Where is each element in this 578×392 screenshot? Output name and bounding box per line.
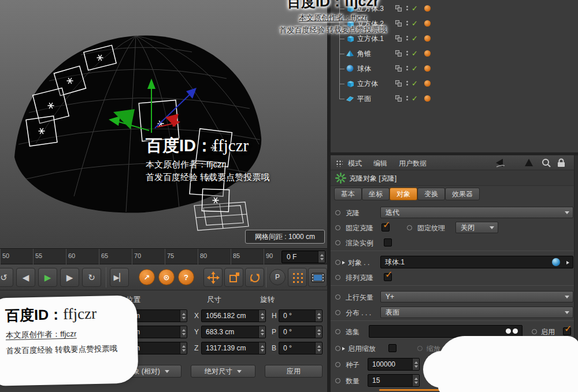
- render-view-button[interactable]: [308, 268, 327, 287]
- material-dot-icon[interactable]: [424, 50, 431, 57]
- key-circle-icon[interactable]: [335, 362, 340, 367]
- key-circle-icon[interactable]: [335, 310, 340, 315]
- snap-grid-button[interactable]: [288, 268, 307, 287]
- menu-mode[interactable]: 模式: [348, 159, 362, 169]
- distribution-dropdown[interactable]: 表面: [380, 307, 573, 318]
- scale-tool-button[interactable]: [224, 268, 243, 287]
- seed-field[interactable]: 100000: [368, 358, 420, 371]
- tab-object[interactable]: 对象: [390, 188, 417, 200]
- visibility-dots-icon[interactable]: [406, 21, 408, 25]
- timeline-ruler[interactable]: 50 55 60 65 70 75 80 85 90 0 F: [0, 248, 329, 264]
- key-circle-icon[interactable]: [335, 346, 340, 351]
- keyframe-help-button[interactable]: ?: [178, 269, 194, 285]
- menu-user-data[interactable]: 用户数据: [399, 159, 427, 169]
- apply-button[interactable]: 应用: [265, 365, 323, 378]
- move-tool-button[interactable]: [203, 268, 223, 287]
- size-y-field[interactable]: 683.3 cm: [201, 326, 266, 338]
- object-row[interactable]: 立方体.3 ✓: [331, 2, 578, 16]
- key-circle-icon[interactable]: [407, 225, 412, 230]
- layer-icon[interactable]: [395, 95, 402, 102]
- object-label[interactable]: 立方体.3: [357, 4, 384, 14]
- step-back-button[interactable]: ◀: [16, 268, 35, 287]
- layer-icon[interactable]: [395, 20, 402, 27]
- enabled-check-icon[interactable]: ✓: [412, 4, 418, 13]
- panel-handle-icon[interactable]: [335, 159, 343, 167]
- visibility-dots-icon[interactable]: [406, 36, 408, 40]
- lock-icon[interactable]: [556, 158, 566, 170]
- object-row[interactable]: 立方体.1 ✓: [331, 32, 578, 46]
- count-field[interactable]: 15: [368, 374, 420, 387]
- viewport-canvas[interactable]: [0, 0, 329, 248]
- current-frame-field[interactable]: 0 F: [281, 251, 325, 263]
- timeline-tick-area[interactable]: 50 55 60 65 70 75 80 85 90: [0, 249, 280, 265]
- enable-scale-checkbox[interactable]: [388, 344, 397, 352]
- menu-edit[interactable]: 编辑: [373, 159, 387, 169]
- align-clone-checkbox[interactable]: ✓: [384, 273, 392, 281]
- stepper[interactable]: [412, 375, 419, 386]
- play-button[interactable]: ▶: [38, 268, 57, 287]
- visibility-dots-icon[interactable]: [406, 6, 408, 10]
- key-circle-icon[interactable]: [335, 275, 340, 280]
- key-circle-icon[interactable]: [335, 210, 340, 215]
- object-row[interactable]: 立方体.2 ✓: [331, 17, 578, 31]
- enabled-check-icon[interactable]: ✓: [412, 34, 418, 43]
- frame-stepper[interactable]: [318, 251, 325, 263]
- enable-checkbox[interactable]: ✓: [563, 327, 571, 335]
- tab-transform[interactable]: 变换: [417, 188, 445, 200]
- key-circle-icon[interactable]: [532, 329, 537, 334]
- material-dot-icon[interactable]: [424, 65, 431, 72]
- stepper[interactable]: [315, 326, 322, 338]
- object-row[interactable]: 平面 ✓: [331, 92, 578, 106]
- object-label[interactable]: 立方体.1: [357, 34, 384, 44]
- expand-arrow-icon[interactable]: [342, 261, 345, 264]
- count-slider[interactable]: [379, 389, 444, 391]
- visibility-dots-icon[interactable]: [406, 51, 408, 55]
- material-dot-icon[interactable]: [424, 95, 431, 102]
- up-vector-dropdown[interactable]: Y+: [380, 291, 573, 303]
- enabled-check-icon[interactable]: ✓: [412, 64, 418, 73]
- key-circle-icon[interactable]: [335, 329, 340, 334]
- stepper[interactable]: [180, 310, 187, 322]
- material-dot-icon[interactable]: [424, 20, 431, 27]
- stepper[interactable]: [180, 326, 187, 338]
- tab-basic[interactable]: 基本: [334, 188, 362, 200]
- layer-icon[interactable]: [395, 5, 402, 12]
- stepper[interactable]: [258, 326, 265, 338]
- layer-icon[interactable]: [395, 35, 402, 42]
- size-z-field[interactable]: 1317.139 cm: [201, 342, 266, 354]
- loop-button[interactable]: ↻: [82, 268, 101, 287]
- object-label[interactable]: 平面: [357, 94, 371, 104]
- size-x-field[interactable]: 1056.182 cm: [201, 309, 266, 322]
- key-circle-icon[interactable]: [335, 378, 340, 383]
- object-label[interactable]: 角锥: [357, 49, 371, 59]
- stepper[interactable]: [412, 359, 419, 370]
- tab-coordinates[interactable]: 坐标: [362, 188, 390, 200]
- size-mode-dropdown[interactable]: 绝对尺寸: [191, 365, 255, 378]
- rotation-h-field[interactable]: 0 °: [279, 309, 323, 322]
- object-label[interactable]: 球体: [357, 64, 371, 74]
- fix-clone-checkbox[interactable]: ✓: [381, 223, 390, 232]
- goto-start-button[interactable]: ↺: [0, 268, 13, 287]
- stepper[interactable]: [180, 342, 187, 354]
- render-instance-checkbox[interactable]: [384, 238, 392, 247]
- visibility-dots-icon[interactable]: [406, 66, 408, 70]
- visibility-dots-icon[interactable]: [406, 96, 408, 100]
- stepper[interactable]: [258, 310, 265, 322]
- object-row[interactable]: 角锥 ✓: [331, 47, 578, 61]
- material-dot-icon[interactable]: [424, 80, 431, 87]
- stepper[interactable]: [258, 342, 265, 354]
- viewport-3d[interactable]: 网格间距 : 1000 cm 百度ID：ffjczr 本文原创作者：ffjczr…: [0, 0, 329, 248]
- clone-mode-dropdown[interactable]: 迭代: [380, 207, 573, 218]
- enabled-check-icon[interactable]: ✓: [412, 49, 418, 58]
- coord-system-button[interactable]: P: [269, 269, 286, 285]
- material-dot-icon[interactable]: [424, 5, 431, 12]
- layer-icon[interactable]: [395, 80, 402, 87]
- tab-effectors[interactable]: 效果器: [445, 188, 480, 200]
- visibility-dots-icon[interactable]: [406, 81, 408, 85]
- expand-arrow-icon[interactable]: [342, 347, 345, 350]
- goto-end-button[interactable]: ▶▏: [110, 268, 129, 287]
- stepper[interactable]: [315, 310, 322, 322]
- step-forward-button[interactable]: ▶: [60, 268, 79, 287]
- key-circle-icon[interactable]: [335, 260, 340, 265]
- search-icon[interactable]: [541, 158, 551, 170]
